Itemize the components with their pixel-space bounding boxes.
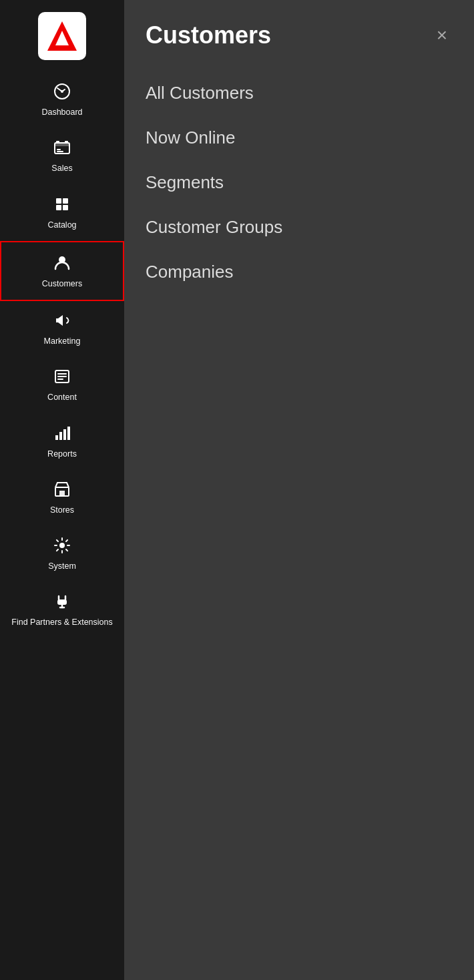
submenu-item-all-customers[interactable]: All Customers <box>146 71 474 115</box>
sidebar-item-customers[interactable]: Customers <box>0 241 124 301</box>
submenu-item-segments[interactable]: Segments <box>146 160 474 205</box>
sidebar-item-stores[interactable]: Stores <box>0 470 124 526</box>
logo-area <box>0 0 124 72</box>
svg-rect-27 <box>59 491 65 496</box>
sidebar-item-reports-label: Reports <box>47 449 77 459</box>
sidebar-item-content-label: Content <box>47 392 77 403</box>
sidebar-item-sales-label: Sales <box>51 163 72 174</box>
sidebar-item-customers-label: Customers <box>42 278 82 289</box>
svg-rect-12 <box>65 141 68 144</box>
sidebar-item-marketing-label: Marketing <box>44 336 81 346</box>
sidebar-item-stores-label: Stores <box>50 505 74 515</box>
submenu-item-now-online[interactable]: Now Online <box>146 115 474 160</box>
svg-rect-15 <box>56 205 61 210</box>
extensions-icon <box>53 593 71 613</box>
submenu-item-companies[interactable]: Companies <box>146 250 474 294</box>
sidebar-item-catalog[interactable]: Catalog <box>0 185 124 241</box>
logo-icon <box>45 19 79 53</box>
sales-icon <box>53 139 71 159</box>
svg-rect-14 <box>63 198 68 204</box>
svg-rect-23 <box>59 432 62 440</box>
svg-rect-16 <box>63 205 68 210</box>
logo-box <box>38 12 86 60</box>
sidebar-item-reports[interactable]: Reports <box>0 414 124 470</box>
sidebar-item-system[interactable]: System <box>0 526 124 582</box>
svg-rect-11 <box>56 141 59 144</box>
svg-rect-13 <box>56 198 61 204</box>
submenu-items: All Customers Now Online Segments Custom… <box>124 65 474 294</box>
submenu-title: Customers <box>146 21 271 49</box>
sidebar-item-catalog-label: Catalog <box>47 220 76 230</box>
svg-point-29 <box>59 543 65 548</box>
submenu-header: Customers × <box>124 0 474 65</box>
customers-icon <box>53 253 71 274</box>
svg-rect-31 <box>57 599 67 605</box>
sidebar-item-extensions-label: Find Partners & Extensions <box>11 617 112 628</box>
system-icon <box>53 537 71 557</box>
sidebar-item-content[interactable]: Content <box>0 357 124 413</box>
svg-rect-24 <box>63 429 66 440</box>
sidebar-item-extensions[interactable]: Find Partners & Extensions <box>0 582 124 638</box>
sidebar-item-dashboard[interactable]: Dashboard <box>0 72 124 128</box>
sidebar: Dashboard Sales <box>0 0 124 980</box>
sidebar-item-dashboard-label: Dashboard <box>41 107 82 117</box>
close-button[interactable]: × <box>431 23 453 47</box>
svg-rect-22 <box>55 435 58 440</box>
svg-rect-25 <box>67 427 70 440</box>
submenu-panel: Customers × All Customers Now Online Seg… <box>124 0 474 980</box>
dashboard-icon <box>53 83 71 103</box>
nav-items: Dashboard Sales <box>0 72 124 980</box>
submenu-item-customer-groups[interactable]: Customer Groups <box>146 205 474 250</box>
sidebar-item-system-label: System <box>48 561 76 571</box>
catalog-icon <box>53 196 71 216</box>
stores-icon <box>53 481 71 501</box>
content-icon <box>53 368 71 388</box>
svg-point-6 <box>61 90 63 93</box>
sidebar-item-sales[interactable]: Sales <box>0 128 124 184</box>
marketing-icon <box>53 312 71 332</box>
sidebar-item-marketing[interactable]: Marketing <box>0 301 124 357</box>
reports-icon <box>53 425 71 445</box>
